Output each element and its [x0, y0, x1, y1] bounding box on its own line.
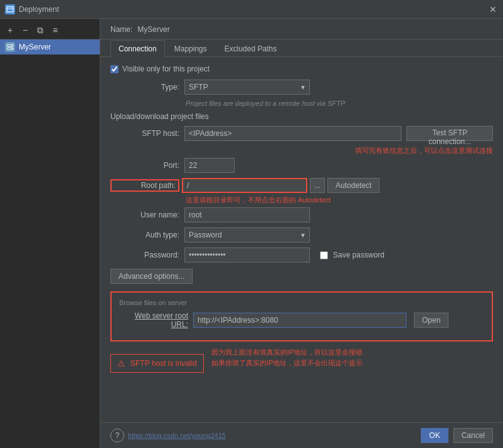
sftp-host-row: SFTP host: Test SFTP connection... — [110, 126, 493, 141]
add-server-button[interactable]: + — [4, 24, 16, 36]
name-row: Name: MyServer — [100, 19, 503, 39]
close-button[interactable]: ✕ — [488, 4, 498, 14]
error-section: ⚠ SFTP host is invalid 因为我上面没有填真实的IP地址，所… — [110, 348, 493, 378]
window-title: Deployment — [19, 5, 59, 14]
name-label: Name: — [110, 25, 132, 34]
browse-files-box: Browse files on server Web server root U… — [110, 291, 493, 341]
username-label: User name: — [110, 211, 179, 219]
name-value: MyServer — [137, 25, 169, 34]
password-label: Password: — [110, 251, 179, 259]
web-server-input[interactable] — [193, 313, 406, 328]
menu-button[interactable]: ≡ — [49, 24, 61, 36]
type-row: Type: SFTP FTP Local or mounted folder ▼ — [110, 80, 493, 95]
root-path-row: Root path: ... Autodetect — [110, 178, 493, 193]
error-annotations: 因为我上面没有填真实的IP地址，所以这里会报错 如果你填了真实的IP地址，这里不… — [211, 348, 493, 368]
username-input[interactable] — [184, 207, 310, 222]
bottom-bar: ? https://blog.csdn.net/young2415 OK Can… — [100, 422, 503, 448]
svg-point-6 — [11, 45, 13, 46]
help-button[interactable]: ? — [110, 429, 124, 442]
web-server-label: Web server root URL: — [119, 311, 188, 329]
svg-point-7 — [11, 48, 13, 49]
remove-server-button[interactable]: − — [19, 24, 31, 36]
visible-checkbox-row: Visible only for this project — [110, 65, 493, 73]
password-row: Password: Save password — [110, 247, 493, 263]
root-annotation: 这里填根目录即可，不用点击右面的 Autodetect — [186, 195, 493, 205]
main-container: + − ⧉ ≡ MyServer Name: MyServer — [0, 19, 503, 448]
tab-bar: Connection Mappings Excluded Paths — [100, 39, 503, 57]
sftp-host-label: SFTP host: — [110, 129, 179, 138]
visible-label: Visible only for this project — [122, 65, 209, 73]
browse-root-button[interactable]: ... — [310, 178, 325, 193]
open-button[interactable]: Open — [414, 313, 448, 328]
type-hint: Project files are deployed to a remote h… — [110, 100, 493, 107]
username-row: User name: — [110, 207, 493, 222]
save-password-label: Save password — [333, 251, 384, 259]
advanced-options-row: Advanced options... — [110, 269, 493, 284]
svg-rect-0 — [7, 7, 13, 12]
upload-section-title: Upload/download project files — [110, 112, 493, 121]
bottom-right: OK Cancel — [421, 428, 493, 443]
root-path-label: Root path: — [110, 179, 179, 192]
title-bar: Deployment ✕ — [0, 0, 503, 19]
sftp-host-input[interactable] — [184, 126, 401, 141]
sidebar-item-myserver[interactable]: MyServer — [0, 39, 100, 55]
auth-type-wrapper: Password Key pair ▼ — [184, 227, 310, 242]
cancel-button[interactable]: Cancel — [453, 428, 493, 443]
error-annotation-2: 如果你填了真实的IP地址，这里不会出现这个提示 — [211, 358, 493, 368]
auth-type-row: Auth type: Password Key pair ▼ — [110, 227, 493, 242]
port-row: Port: — [110, 158, 493, 173]
type-select-wrapper: SFTP FTP Local or mounted folder ▼ — [184, 80, 310, 95]
error-message: SFTP host is invalid — [130, 359, 197, 368]
type-label: Type: — [110, 83, 179, 91]
test-sftp-button[interactable]: Test SFTP connection... — [406, 126, 493, 141]
type-select[interactable]: SFTP FTP Local or mounted folder — [184, 80, 310, 95]
advanced-options-button[interactable]: Advanced options... — [110, 269, 193, 284]
test-annotation: 填写完有效信息之后，可以点击这里测试连接 — [110, 146, 493, 155]
auth-type-select[interactable]: Password Key pair — [184, 227, 310, 242]
password-input[interactable] — [184, 247, 310, 263]
port-input[interactable] — [184, 158, 235, 173]
browse-title: Browse files on server — [119, 299, 484, 306]
tab-excluded-paths[interactable]: Excluded Paths — [216, 40, 285, 57]
error-annotation-1: 因为我上面没有填真实的IP地址，所以这里会报错 — [211, 348, 493, 357]
app-icon — [5, 4, 15, 14]
copy-server-button[interactable]: ⧉ — [34, 24, 46, 36]
sidebar: + − ⧉ ≡ MyServer — [0, 19, 100, 448]
auth-type-label: Auth type: — [110, 231, 179, 239]
root-path-input[interactable] — [182, 178, 307, 193]
sidebar-toolbar: + − ⧉ ≡ — [0, 21, 100, 39]
content-area: Name: MyServer Connection Mappings Exclu… — [100, 19, 503, 448]
web-server-row: Web server root URL: Open — [119, 311, 484, 329]
server-icon — [5, 42, 15, 52]
visible-checkbox[interactable] — [110, 65, 119, 73]
port-label: Port: — [110, 161, 179, 170]
warning-icon: ⚠ — [117, 358, 125, 368]
error-box: ⚠ SFTP host is invalid — [110, 354, 204, 373]
tab-mappings[interactable]: Mappings — [166, 40, 215, 57]
bottom-link[interactable]: https://blog.csdn.net/young2415 — [128, 432, 226, 439]
bottom-left: ? https://blog.csdn.net/young2415 — [110, 429, 226, 442]
server-label: MyServer — [19, 43, 51, 51]
save-password-checkbox[interactable] — [320, 251, 328, 259]
form-area: Visible only for this project Type: SFTP… — [100, 57, 503, 422]
ok-button[interactable]: OK — [421, 428, 448, 443]
autodetect-button[interactable]: Autodetect — [327, 178, 379, 193]
tab-connection[interactable]: Connection — [110, 40, 165, 57]
